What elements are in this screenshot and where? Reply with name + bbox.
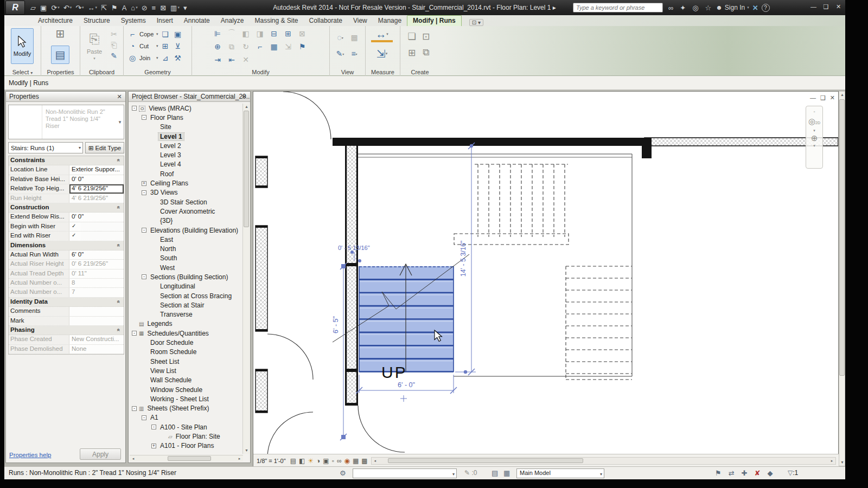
- tree-item-label[interactable]: 3D Stair Section: [158, 198, 209, 206]
- property-value[interactable]: None: [69, 345, 124, 354]
- property-row[interactable]: Actual Number o... 7 «: [9, 288, 124, 297]
- property-value[interactable]: 6' 0": [69, 251, 124, 259]
- copy-icon[interactable]: ⎗: [108, 40, 119, 50]
- trim-extend-corner-icon[interactable]: ⌐: [254, 42, 265, 52]
- create-parts-icon[interactable]: ❏: [406, 31, 417, 41]
- tree-item-label[interactable]: Elevations (Building Elevation): [149, 227, 240, 234]
- tree-item-label[interactable]: Wall Schedule: [149, 376, 193, 384]
- tree-expander-icon[interactable]: -: [142, 415, 146, 420]
- measure-icon[interactable]: ↔▾: [87, 3, 99, 12]
- tree-item-label[interactable]: Ceiling Plans: [149, 179, 190, 187]
- scroll-left-icon[interactable]: ◂: [130, 455, 137, 461]
- mirror-axis-icon[interactable]: ◧: [240, 29, 251, 38]
- sign-in-button[interactable]: ☻ Sign In ▾: [716, 4, 749, 11]
- zoom-icon[interactable]: ⊕: [811, 134, 818, 143]
- tree-item[interactable]: Working - Sheet List: [130, 394, 242, 403]
- workset-dropdown[interactable]: ▾: [353, 468, 457, 478]
- property-value[interactable]: 0' 0": [69, 175, 124, 184]
- property-row[interactable]: Phase Created New Constructi... «: [9, 335, 124, 344]
- property-value[interactable]: 8: [69, 279, 124, 287]
- tree-item[interactable]: - A100 - Site Plan: [130, 422, 242, 432]
- collapse-chevron-icon[interactable]: «: [116, 206, 122, 209]
- temporary-hide-icon[interactable]: ◌▾: [335, 33, 346, 42]
- scrollbar-thumb[interactable]: [168, 456, 211, 461]
- tree-expander-icon[interactable]: -: [132, 406, 137, 411]
- view-scale-button[interactable]: 1/8" = 1'-0": [253, 458, 290, 464]
- tree-item-label[interactable]: South: [158, 254, 178, 262]
- tree-item[interactable]: Level 3: [130, 150, 242, 159]
- property-row[interactable]: Relative Top Heig... 4' 6 219/256" «: [9, 184, 124, 194]
- project-browser-header[interactable]: Project Browser - Stair_Commercial_20...…: [129, 92, 250, 102]
- tree-item[interactable]: + Ceiling Plans: [130, 178, 242, 188]
- scrollbar-thumb[interactable]: [244, 111, 249, 227]
- cope-icon[interactable]: ⌐: [127, 29, 138, 39]
- property-row[interactable]: Actual Run Width 6' 0" «: [9, 251, 124, 260]
- thin-lines-icon[interactable]: ≡: [151, 3, 158, 12]
- scroll-right-icon[interactable]: ▸: [236, 455, 243, 461]
- tree-item-label[interactable]: Door Schedule: [149, 339, 195, 346]
- property-row[interactable]: Begin with Riser ✓ «: [9, 222, 124, 232]
- close-button[interactable]: ✕: [834, 2, 843, 11]
- split-element-icon[interactable]: ⊟: [269, 29, 279, 38]
- tree-item-label[interactable]: 3D Views: [149, 189, 179, 196]
- tree-item[interactable]: Wall Schedule: [130, 376, 242, 385]
- tree-item-label[interactable]: Sheets (Sheet Prefix): [145, 404, 210, 412]
- dropdown-caret-icon[interactable]: ▾: [156, 44, 158, 48]
- tree-item[interactable]: Door Schedule: [130, 338, 242, 347]
- tree-item-label[interactable]: Level 3: [158, 151, 183, 159]
- property-row[interactable]: Phasing «: [9, 326, 124, 335]
- tree-item[interactable]: Room Schedule: [130, 348, 242, 357]
- property-row[interactable]: End with Riser ✓ «: [9, 232, 124, 241]
- tree-item-label[interactable]: Roof: [158, 170, 175, 178]
- open-icon[interactable]: ▱: [29, 3, 37, 12]
- crop-region-icon[interactable]: ▫: [332, 457, 334, 465]
- tree-item[interactable]: - Floor Plans: [130, 113, 242, 122]
- visual-style-icon[interactable]: ◧: [299, 457, 305, 465]
- tree-item-label[interactable]: View List: [149, 367, 178, 375]
- tree-item-label[interactable]: North: [158, 245, 177, 253]
- measure-icon[interactable]: ↔▾: [371, 28, 393, 42]
- tree-item[interactable]: Level 2: [130, 141, 242, 150]
- tree-expander-icon[interactable]: -: [142, 115, 146, 120]
- pin-icon[interactable]: ⚑: [297, 42, 308, 52]
- delete-icon[interactable]: ✕: [240, 55, 251, 65]
- tree-expander-icon[interactable]: -: [132, 331, 137, 336]
- scroll-right-icon[interactable]: ▸: [828, 458, 835, 464]
- tree-item-label[interactable]: Views (MRAC): [147, 105, 193, 112]
- tree-item[interactable]: Level 1: [130, 132, 242, 141]
- tree-item-label[interactable]: Level 2: [158, 142, 183, 150]
- analysis-display-icon[interactable]: ▩: [361, 457, 367, 465]
- browser-horizontal-scrollbar[interactable]: ◂ ▸: [130, 455, 243, 461]
- property-value[interactable]: Exterior Suppor...: [69, 165, 124, 174]
- maximize-button[interactable]: ❑: [821, 2, 831, 11]
- tree-item-label[interactable]: Sheet List: [149, 358, 181, 365]
- cut-geometry-icon[interactable]: ◔: [127, 41, 138, 51]
- view-restore-icon[interactable]: ❑: [820, 94, 826, 101]
- property-value[interactable]: 0' 6 219/256": [69, 260, 124, 268]
- geometry-tool-label[interactable]: Join: [139, 55, 155, 61]
- ribbon-tab[interactable]: Massing & Site: [250, 16, 304, 26]
- tree-item[interactable]: South: [130, 254, 242, 263]
- split-with-gap-icon[interactable]: ⊞: [283, 29, 293, 38]
- close-hidden-windows-icon[interactable]: ⊠: [159, 3, 168, 12]
- tree-item-label[interactable]: Schedules/Quantities: [145, 330, 210, 337]
- tree-item[interactable]: 3D Stair Section: [130, 197, 242, 207]
- tree-item-label[interactable]: Longitudinal: [158, 282, 197, 290]
- move-icon[interactable]: ⊕: [212, 42, 223, 52]
- tree-item-label[interactable]: Cover Axonometric: [158, 208, 216, 215]
- close-icon[interactable]: ✕: [116, 93, 123, 100]
- switch-windows-icon[interactable]: ▥▾: [169, 3, 181, 12]
- property-row[interactable]: Extend Below Ris... 0' 0" «: [9, 213, 124, 222]
- element-filter-dropdown[interactable]: Stairs: Runs (1) ▾: [8, 142, 83, 153]
- property-value[interactable]: ✓: [69, 232, 80, 240]
- save-icon[interactable]: ▣: [39, 3, 48, 12]
- tree-expander-icon[interactable]: +: [151, 444, 156, 448]
- property-value[interactable]: 4' 6 219/256": [69, 184, 124, 193]
- tree-item[interactable]: - Sections (Building Section): [130, 272, 242, 281]
- property-value[interactable]: 7: [69, 288, 124, 297]
- property-row[interactable]: Location Line Exterior Suppor... «: [9, 165, 124, 175]
- property-row[interactable]: Identity Data «: [9, 298, 124, 307]
- cut-icon[interactable]: ✂: [108, 29, 119, 39]
- minimize-button[interactable]: —: [809, 2, 818, 11]
- tree-item[interactable]: Section at Stair: [130, 300, 242, 310]
